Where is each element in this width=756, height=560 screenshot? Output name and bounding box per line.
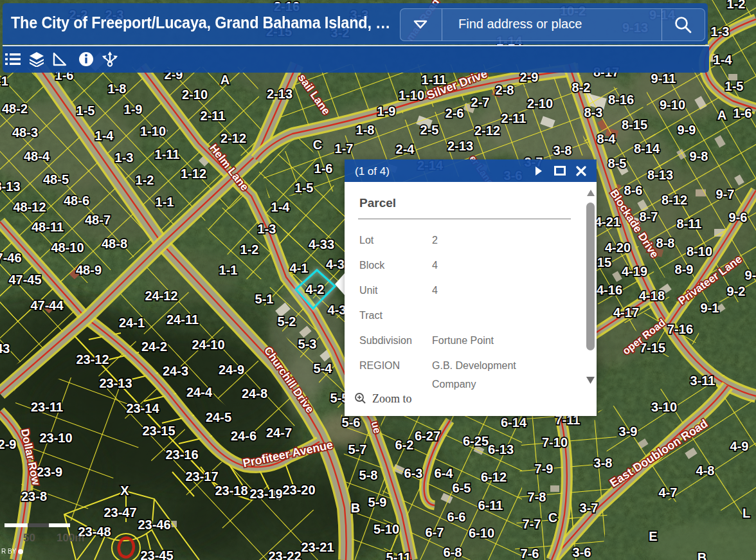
svg-text:23-16: 23-16: [165, 447, 198, 462]
svg-text:R BY: R BY: [1, 548, 17, 555]
svg-text:2-9: 2-9: [0, 437, 16, 451]
svg-text:48-5: 48-5: [43, 172, 69, 186]
svg-text:24-2: 24-2: [141, 339, 167, 354]
svg-text:23-20: 23-20: [282, 483, 315, 497]
svg-text:-43: -43: [0, 341, 10, 356]
svg-text:8-6: 8-6: [624, 183, 643, 197]
svg-text:23-12: 23-12: [76, 352, 109, 366]
svg-text:5-2: 5-2: [278, 314, 296, 329]
svg-text:C: C: [548, 510, 557, 525]
svg-text:6-11: 6-11: [478, 498, 503, 512]
svg-text:1-2: 1-2: [727, 0, 746, 11]
svg-text:1-9: 1-9: [377, 104, 396, 118]
svg-text:5-10: 5-10: [374, 522, 399, 536]
svg-text:4-17: 4-17: [613, 305, 639, 320]
svg-text:48-8: 48-8: [102, 237, 127, 251]
svg-text:4-7: 4-7: [659, 485, 678, 500]
svg-text:1-6: 1-6: [314, 161, 333, 176]
svg-text:4-3: 4-3: [328, 303, 346, 317]
svg-text:X: X: [120, 483, 129, 498]
svg-text:8-10: 8-10: [687, 244, 712, 258]
svg-text:4-20: 4-20: [605, 240, 631, 255]
svg-text:7-10: 7-10: [542, 435, 568, 449]
svg-text:9-2: 9-2: [727, 284, 746, 298]
svg-text:7-8: 7-8: [528, 490, 546, 504]
svg-text:24-10: 24-10: [192, 338, 224, 352]
svg-text:2-8: 2-8: [496, 83, 514, 97]
svg-text:1-4: 1-4: [271, 200, 291, 214]
svg-text:6-27: 6-27: [415, 429, 440, 443]
svg-text:2-10: 2-10: [527, 96, 553, 111]
svg-text:6-3: 6-3: [404, 466, 423, 480]
svg-text:6-4: 6-4: [435, 466, 454, 480]
svg-text:48-9: 48-9: [76, 263, 102, 277]
svg-text:5-7: 5-7: [348, 442, 367, 456]
svg-text:24-3: 24-3: [163, 364, 188, 378]
svg-text:23-21: 23-21: [301, 540, 334, 554]
svg-text:5-11: 5-11: [386, 550, 411, 560]
svg-text:B: B: [351, 501, 360, 515]
svg-text:23-11: 23-11: [31, 400, 63, 414]
svg-text:1-1: 1-1: [156, 195, 174, 209]
svg-text:8-13: 8-13: [647, 168, 673, 182]
svg-text:2-6: 2-6: [446, 106, 464, 120]
svg-text:5-9: 5-9: [368, 495, 387, 509]
svg-text:5-8: 5-8: [359, 468, 378, 482]
svg-text:48-7: 48-7: [85, 213, 111, 227]
svg-text:23-18: 23-18: [215, 483, 248, 498]
svg-text:23-45: 23-45: [140, 548, 173, 560]
svg-text:2-13: 2-13: [267, 87, 292, 101]
svg-text:8-12: 8-12: [662, 193, 687, 207]
svg-text:4-18: 4-18: [639, 289, 665, 303]
svg-text:3-7: 3-7: [580, 501, 598, 515]
svg-text:1-9: 1-9: [124, 102, 143, 116]
svg-text:1-3: 1-3: [258, 222, 276, 236]
svg-text:1-10: 1-10: [140, 124, 166, 138]
svg-text:23-19: 23-19: [249, 487, 282, 501]
svg-text:24-11: 24-11: [166, 312, 199, 327]
svg-text:23-15: 23-15: [142, 424, 175, 438]
svg-text:4-9: 4-9: [730, 439, 749, 453]
svg-text:24-7: 24-7: [266, 426, 292, 440]
svg-text:4-1: 4-1: [290, 261, 309, 275]
svg-text:1-1: 1-1: [219, 263, 238, 277]
svg-text:1-10: 1-10: [399, 88, 424, 102]
svg-text:2-12: 2-12: [221, 131, 246, 145]
svg-text:9-1: 9-1: [701, 301, 719, 315]
svg-text:3-10: 3-10: [651, 400, 677, 414]
svg-text:4-33: 4-33: [309, 237, 334, 251]
svg-text:2-10: 2-10: [182, 87, 208, 102]
svg-text:2-13: 2-13: [447, 139, 473, 153]
svg-text:6-5: 6-5: [453, 481, 471, 495]
svg-text:8-5: 8-5: [608, 156, 627, 170]
svg-text:B: B: [698, 550, 706, 560]
svg-text:23-10: 23-10: [39, 431, 72, 445]
svg-text:48-10: 48-10: [51, 240, 84, 255]
svg-text:24-6: 24-6: [231, 429, 256, 443]
svg-text:48-3: 48-3: [12, 125, 38, 140]
svg-text:7-16: 7-16: [667, 322, 693, 336]
svg-text:8-11: 8-11: [677, 217, 702, 231]
svg-text:3-6: 3-6: [573, 545, 591, 559]
svg-text:23-17: 23-17: [185, 469, 218, 483]
svg-text:48-4: 48-4: [24, 149, 50, 163]
svg-text:9-9: 9-9: [678, 123, 696, 137]
svg-text:7-7: 7-7: [523, 517, 541, 531]
svg-text:6-12: 6-12: [481, 470, 507, 484]
svg-text:7-6: 7-6: [521, 546, 539, 560]
svg-text:50: 50: [23, 532, 35, 544]
svg-text:48-6: 48-6: [64, 194, 89, 208]
svg-text:5-3: 5-3: [298, 337, 317, 351]
svg-text:1-4: 1-4: [95, 129, 114, 143]
svg-text:48-12: 48-12: [13, 200, 46, 214]
svg-text:8-15: 8-15: [622, 118, 647, 132]
svg-text:48-2: 48-2: [2, 102, 28, 116]
svg-text:6-7: 6-7: [426, 525, 444, 539]
svg-text:47-44: 47-44: [30, 298, 64, 312]
svg-text:8-14: 8-14: [634, 141, 660, 156]
svg-text:1-6: 1-6: [734, 106, 752, 120]
svg-text:4-21: 4-21: [595, 215, 620, 229]
svg-text:23-22: 23-22: [268, 549, 301, 560]
svg-text:24-8: 24-8: [242, 386, 267, 401]
svg-text:24-9: 24-9: [219, 363, 244, 377]
